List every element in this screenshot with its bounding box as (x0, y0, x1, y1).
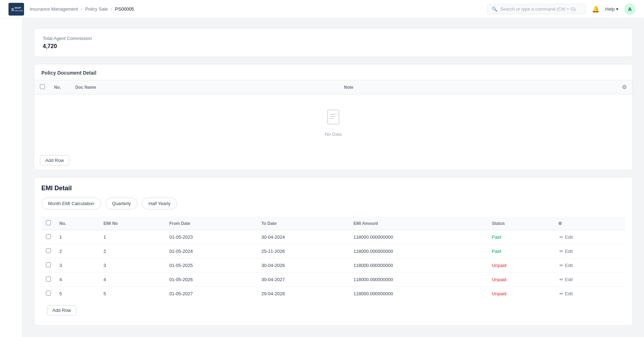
policy-doc-table: No. Doc Name Note ⚙ No Data (34, 80, 632, 151)
edit-button-4[interactable]: ✏ Edit (558, 276, 574, 283)
row-emi-no-4: 4 (99, 273, 165, 287)
edit-icon-2: ✏ (560, 249, 563, 254)
logo[interactable]: S SOLUFY Solution Simplified (8, 3, 24, 16)
edit-icon-4: ✏ (560, 277, 563, 282)
emi-select-all-checkbox[interactable] (46, 220, 51, 225)
row-emi-amount-2: 118000.000000000 (349, 244, 488, 258)
edit-label-4: Edit (565, 277, 573, 282)
search-bar[interactable]: 🔍 Search or type a command (Ctrl + G) (487, 4, 586, 14)
row-emi-no-3: 3 (99, 258, 165, 273)
edit-button-5[interactable]: ✏ Edit (558, 290, 574, 297)
table-row: 5 5 01-05-2027 29-04-2028 118000.0000000… (42, 287, 625, 301)
topbar: S SOLUFY Solution Simplified Insurance M… (0, 0, 644, 18)
notification-bell-icon[interactable]: 🔔 (592, 5, 599, 13)
row-emi-amount-5: 118000.000000000 (349, 287, 488, 301)
breadcrumb-sep-1: › (81, 6, 82, 12)
breadcrumb-policy-sale[interactable]: Policy Sale (85, 6, 108, 12)
row-checkbox-4[interactable] (46, 277, 51, 281)
emi-col-emi-no: EMI No (99, 217, 165, 230)
edit-label-1: Edit (565, 234, 573, 240)
row-checkbox-3[interactable] (46, 262, 51, 267)
row-from-date-1: 01-05-2023 (165, 230, 257, 244)
svg-text:Solution Simplified: Solution Simplified (14, 10, 23, 12)
edit-label-3: Edit (565, 263, 573, 268)
emi-add-row-button[interactable]: Add Row (47, 305, 76, 315)
row-checkbox-2[interactable] (46, 248, 51, 253)
policy-doc-add-row-button[interactable]: Add Row (40, 155, 69, 165)
row-no-4: 4 (55, 273, 99, 287)
emi-select-all-checkbox-cell (42, 217, 55, 230)
month-emi-button[interactable]: Month EMI Calculation (41, 198, 101, 209)
row-checkbox-5[interactable] (46, 291, 51, 296)
policy-doc-table-header: No. Doc Name Note ⚙ (34, 80, 632, 94)
row-from-date-5: 01-05-2027 (165, 287, 257, 301)
help-button[interactable]: Help ▾ (605, 6, 619, 12)
row-status-5: Unpaid (488, 287, 554, 301)
row-checkbox-cell-4 (42, 273, 55, 287)
row-checkbox-cell-5 (42, 287, 55, 301)
edit-label-2: Edit (565, 249, 573, 254)
doc-col-no: No. (54, 85, 75, 90)
row-edit-cell-2: ✏ Edit (554, 244, 625, 258)
row-edit-cell-4: ✏ Edit (554, 273, 625, 287)
avatar[interactable]: A (624, 4, 636, 15)
emi-detail-section: EMI Detail Month EMI Calculation Quarter… (34, 177, 633, 326)
edit-icon-1: ✏ (560, 234, 563, 240)
doc-col-note: Note (344, 85, 613, 90)
row-emi-no-2: 2 (99, 244, 165, 258)
half-yearly-button[interactable]: Half Yearly (142, 198, 177, 209)
table-row: 4 4 01-05-2026 30-04-2027 118000.0000000… (42, 273, 625, 287)
table-row: 2 2 01-05-2024 25-11-2026 118000.0000000… (42, 244, 625, 258)
doc-settings-icon[interactable]: ⚙ (613, 84, 627, 91)
emi-table-head: No. EMI No From Date To Date EMI Amount … (42, 217, 625, 230)
emi-col-status: Status (488, 217, 554, 230)
main-content: Total Agent Commission 4,720 Policy Docu… (23, 18, 644, 337)
edit-button-1[interactable]: ✏ Edit (558, 234, 574, 240)
row-status-1: Paid (488, 230, 554, 244)
row-checkbox-cell-2 (42, 244, 55, 258)
chevron-down-icon: ▾ (616, 6, 619, 12)
table-row: 1 1 01-05-2023 30-04-2024 118000.0000000… (42, 230, 625, 244)
commission-section: Total Agent Commission 4,720 (34, 28, 633, 57)
svg-text:SOLUFY: SOLUFY (14, 7, 21, 9)
row-no-2: 2 (55, 244, 99, 258)
logo-icon: S SOLUFY Solution Simplified (8, 3, 24, 16)
edit-button-3[interactable]: ✏ Edit (558, 262, 574, 269)
row-to-date-5: 29-04-2028 (257, 287, 349, 301)
row-checkbox-1[interactable] (46, 234, 51, 239)
row-from-date-3: 01-05-2025 (165, 258, 257, 273)
row-to-date-4: 30-04-2027 (257, 273, 349, 287)
quarterly-button[interactable]: Quarterly (105, 198, 137, 209)
row-status-3: Unpaid (488, 258, 554, 273)
emi-col-from-date: From Date (165, 217, 257, 230)
no-data-section: No Data (34, 94, 632, 151)
row-status-2: Paid (488, 244, 554, 258)
breadcrumb-current: PS00005 (115, 6, 134, 12)
search-icon: 🔍 (492, 6, 497, 12)
row-no-5: 5 (55, 287, 99, 301)
emi-settings-icon[interactable]: ⚙ (554, 217, 625, 230)
sidebar (0, 18, 23, 337)
row-checkbox-cell-3 (42, 258, 55, 273)
row-emi-amount-4: 118000.000000000 (349, 273, 488, 287)
edit-icon-5: ✏ (560, 291, 563, 296)
emi-table-header-row: No. EMI No From Date To Date EMI Amount … (42, 217, 625, 230)
no-data-icon (325, 109, 342, 129)
edit-icon-3: ✏ (560, 263, 563, 268)
svg-rect-4 (328, 110, 339, 124)
emi-col-to-date: To Date (257, 217, 349, 230)
commission-value: 4,720 (43, 43, 624, 50)
search-placeholder: Search or type a command (Ctrl + G) (500, 6, 576, 12)
row-edit-cell-1: ✏ Edit (554, 230, 625, 244)
table-row: 3 3 01-05-2025 30-04-2026 118000.0000000… (42, 258, 625, 273)
policy-doc-title: Policy Document Detail (34, 64, 632, 80)
doc-select-all-checkbox-cell (40, 84, 54, 90)
row-emi-no-5: 5 (99, 287, 165, 301)
breadcrumb-insurance[interactable]: Insurance Management (30, 6, 78, 12)
row-edit-cell-5: ✏ Edit (554, 287, 625, 301)
row-emi-amount-1: 118000.000000000 (349, 230, 488, 244)
row-to-date-1: 30-04-2024 (257, 230, 349, 244)
doc-select-all-checkbox[interactable] (40, 84, 45, 89)
edit-button-2[interactable]: ✏ Edit (558, 248, 574, 255)
help-label: Help (605, 6, 615, 12)
